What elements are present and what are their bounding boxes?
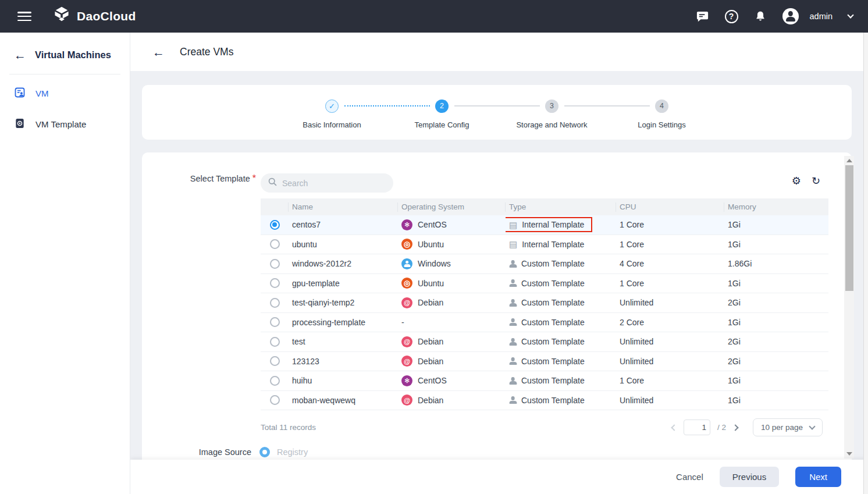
os-label: Debian <box>418 357 443 366</box>
template-type: Custom Template <box>506 337 616 346</box>
template-os: @Debian <box>398 395 506 406</box>
scrollbar-thumb[interactable] <box>845 165 853 291</box>
template-os: ✻CentOS <box>398 375 506 386</box>
os-label: Debian <box>418 396 443 405</box>
os-label: CentOS <box>418 220 447 229</box>
brand[interactable]: DaoCloud <box>52 6 136 27</box>
search-input[interactable] <box>282 179 386 188</box>
stepper-step-basic-information[interactable]: ✓Basic Information <box>277 96 387 129</box>
scroll-down-icon[interactable] <box>846 452 852 456</box>
person-icon <box>509 299 517 307</box>
template-type: Custom Template <box>506 376 616 385</box>
type-label: Custom Template <box>521 298 585 307</box>
template-name: ubuntu <box>289 240 398 249</box>
template-radio[interactable] <box>270 298 280 308</box>
stepper-step-login-settings[interactable]: 4Login Settings <box>607 96 717 129</box>
debian-icon: @ <box>401 297 412 308</box>
stepper-step-storage-and-network[interactable]: 3Storage and Network <box>497 96 607 129</box>
page-back-arrow-icon[interactable]: ← <box>152 46 165 58</box>
step-label: Basic Information <box>303 120 361 129</box>
sidebar-back-arrow-icon[interactable]: ← <box>14 49 26 61</box>
template-name: moban-weqwewq <box>289 396 398 405</box>
notifications-bell-icon[interactable] <box>754 10 767 23</box>
type-content: Custom Template <box>509 396 585 405</box>
sidebar-item-vm[interactable]: VM <box>0 78 130 109</box>
search-icon <box>268 177 278 189</box>
template-radio[interactable] <box>270 337 280 347</box>
template-radio[interactable] <box>270 259 280 269</box>
template-os: @Debian <box>398 297 506 308</box>
help-icon[interactable]: ? <box>725 10 738 23</box>
step-label: Login Settings <box>638 120 685 129</box>
settings-gear-icon[interactable]: ⚙ <box>792 176 801 186</box>
previous-page-icon[interactable] <box>671 424 677 431</box>
centos-icon: ✻ <box>401 219 412 230</box>
template-os: ✻CentOS <box>398 219 506 230</box>
column-header-os: Operating System <box>398 202 506 212</box>
previous-button[interactable]: Previous <box>720 467 779 487</box>
cancel-button[interactable]: Cancel <box>676 472 703 482</box>
template-radio[interactable] <box>270 239 280 249</box>
table-row[interactable]: processing-template-Custom Template2 Cor… <box>261 313 828 333</box>
messages-icon[interactable] <box>696 10 709 23</box>
template-os: @Debian <box>398 356 506 367</box>
table-row[interactable]: 123123@DebianCustom TemplateUnlimited2Gi <box>261 352 828 372</box>
template-memory: 2Gi <box>724 298 828 307</box>
custom-template-icon <box>509 396 517 404</box>
template-memory: 1Gi <box>724 396 828 405</box>
refresh-icon[interactable]: ↻ <box>812 176 820 186</box>
table-row[interactable]: windows-2012r2WindowsCustom Template4 Co… <box>261 254 828 274</box>
vm-template-icon <box>14 118 26 131</box>
search-box[interactable] <box>261 173 393 193</box>
template-memory: 1.86Gi <box>724 259 828 268</box>
template-cpu: Unlimited <box>616 298 724 307</box>
vm-icon <box>14 87 26 100</box>
type-label: Custom Template <box>521 337 585 346</box>
table-row[interactable]: moban-weqwewq@DebianCustom TemplateUnlim… <box>261 391 828 411</box>
type-label: Custom Template <box>521 279 585 288</box>
type-label: Internal Template <box>522 240 584 249</box>
scroll-up-icon[interactable] <box>846 159 852 162</box>
table-row[interactable]: gpu-template◎UbuntuCustom Template1 Core… <box>261 274 828 294</box>
page-title: Create VMs <box>180 46 233 58</box>
user-avatar[interactable] <box>782 8 799 24</box>
total-records: Total 11 records <box>261 423 316 432</box>
registry-radio[interactable] <box>259 447 270 457</box>
type-label: Internal Template <box>522 220 584 229</box>
sidebar-item-vm-template[interactable]: VM Template <box>0 109 130 140</box>
template-radio[interactable] <box>270 376 280 386</box>
template-name: processing-template <box>289 318 398 327</box>
hamburger-menu-icon[interactable] <box>17 12 31 21</box>
page-size-select[interactable]: 10 per page <box>753 418 823 436</box>
custom-template-icon <box>509 318 517 326</box>
debian-icon: @ <box>401 356 412 367</box>
template-radio[interactable] <box>270 278 280 288</box>
table-row[interactable]: ubuntu◎Ubuntu▤Internal Template1 Core1Gi <box>261 235 828 255</box>
table-header: Name Operating System Type CPU Memory <box>261 198 828 215</box>
page-number-input[interactable] <box>684 420 710 435</box>
template-memory: 1Gi <box>724 279 828 288</box>
table-row[interactable]: centos7✻CentOS▤Internal Template1 Core1G… <box>261 215 828 235</box>
highlight-red-box: ▤Internal Template <box>506 217 592 232</box>
template-cpu: 1 Core <box>616 240 724 249</box>
page-scrollbar[interactable] <box>863 33 868 494</box>
template-radio[interactable] <box>270 395 280 405</box>
template-radio[interactable] <box>270 220 280 230</box>
next-button[interactable]: Next <box>795 467 841 487</box>
step-label: Storage and Network <box>516 120 587 129</box>
table-scrollbar[interactable] <box>844 156 854 459</box>
template-memory: 1Gi <box>724 376 828 385</box>
person-icon <box>509 396 517 404</box>
sidebar-item-label: VM Template <box>35 119 86 129</box>
template-radio[interactable] <box>270 317 280 327</box>
table-row[interactable]: test@DebianCustom TemplateUnlimited2Gi <box>261 332 828 352</box>
stepper-step-template-config[interactable]: 2Template Config <box>387 96 497 129</box>
required-asterisk: * <box>252 173 256 183</box>
chevron-down-icon[interactable] <box>847 12 853 18</box>
template-radio[interactable] <box>270 356 280 366</box>
next-page-icon[interactable] <box>732 424 738 431</box>
template-memory: 2Gi <box>724 337 828 346</box>
page-header: ← Create VMs <box>130 33 868 71</box>
table-row[interactable]: test-qianyi-temp2@DebianCustom TemplateU… <box>261 293 828 313</box>
table-row[interactable]: huihu✻CentOSCustom Template1 Core1Gi <box>261 371 828 391</box>
